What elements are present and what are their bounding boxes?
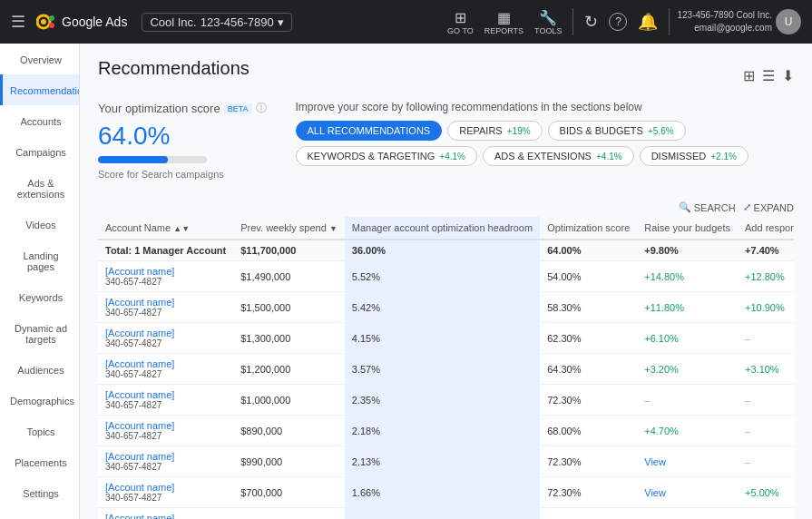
chip-repairs[interactable]: REPAIRS +19% (447, 121, 542, 141)
table-row: [Account name]340-657-4827$1,500,0005.42… (98, 292, 794, 323)
row-cell: 2.18% (345, 416, 540, 446)
menu-icon[interactable]: ☰ (11, 12, 25, 32)
account-number: 123-456-7890 (201, 15, 274, 29)
account-link[interactable]: [Account name] (105, 266, 226, 277)
chip-keywords-targeting[interactable]: KEYWORDS & TARGETING +4.1% (296, 146, 477, 166)
row-cell: 54.00% (540, 261, 637, 292)
th-add-responsive[interactable]: Add responsive search ads (738, 217, 794, 240)
user-avatar[interactable]: U (776, 9, 801, 34)
list-view-button[interactable]: ☰ (762, 67, 775, 84)
th-headroom[interactable]: Manager account optimization headroom (345, 217, 540, 240)
notifications-button[interactable]: 🔔 (634, 8, 661, 35)
sidebar-item-demographics[interactable]: Demographics (0, 385, 79, 416)
sidebar-item-landing-pages[interactable]: Landing pages (0, 240, 79, 281)
refresh-button[interactable]: ↻ (581, 8, 602, 35)
sidebar-item-dynamic-ad[interactable]: Dynamic ad targets (0, 312, 79, 354)
account-link[interactable]: [Account name] (105, 513, 226, 519)
table-row: [Account name]340-657-4827$700,0001.66%7… (98, 477, 794, 508)
score-value: 64.0% (98, 122, 267, 151)
row-cell: +7.20% (637, 508, 738, 520)
row-cell: +4.30% (738, 508, 794, 520)
row-cell: 4.15% (345, 323, 540, 354)
th-opt-score[interactable]: Optimization score (540, 217, 637, 240)
sidebar-item-audiences[interactable]: Audiences (0, 354, 79, 385)
grid-view-button[interactable]: ⊞ (743, 67, 755, 84)
reports-button[interactable]: ▦ REPORTS (481, 5, 527, 39)
top-navigation: ☰ Google Ads Cool Inc. 123-456-7890 ▾ ⊞ … (0, 0, 812, 44)
row-cell: 5.42% (345, 292, 540, 323)
sidebar-item-campaigns[interactable]: Campaigns (0, 136, 79, 167)
user-info: 123-456-7890 Cool Inc. email@google.com (677, 9, 772, 34)
row-cell: – (738, 446, 794, 477)
account-link[interactable]: [Account name] (105, 358, 226, 369)
score-label: Your optimization score BETA ⓘ (98, 101, 267, 116)
beta-badge: BETA (224, 103, 252, 114)
row-cell: $890,000 (233, 416, 345, 446)
chip-ads-extensions[interactable]: ADS & EXTENSIONS +4.1% (483, 146, 634, 166)
goto-button[interactable]: ⊞ GO TO (444, 5, 477, 39)
chip-repairs-delta: +19% (507, 126, 531, 136)
th-prev-spend[interactable]: Prev. weekly spend ▼ (233, 217, 345, 240)
sidebar-item-ads-extensions[interactable]: Ads & extensions (0, 167, 79, 209)
help-icon: ? (609, 13, 627, 31)
th-account-name[interactable]: Account Name ▲▼ (98, 217, 233, 240)
score-bar-fill (98, 156, 168, 163)
tools-icon: 🔧 (539, 9, 557, 26)
main-layout: Overview Recommendations Accounts Campai… (0, 44, 812, 519)
total-opt-score: 64.00% (540, 240, 637, 261)
sidebar-item-videos[interactable]: Videos (0, 209, 79, 240)
help-button[interactable]: ? (605, 9, 631, 34)
account-selector[interactable]: Cool Inc. 123-456-7890 ▾ (142, 13, 291, 32)
account-link[interactable]: [Account name] (105, 297, 226, 308)
download-button[interactable]: ⬇ (782, 67, 794, 84)
table-body: Total: 1 Manager Account $11,700,000 36.… (98, 240, 794, 519)
table-row: [Account name]340-657-4827$990,0002.13%7… (98, 446, 794, 477)
total-spend: $11,700,000 (233, 240, 345, 261)
table-row: [Account name]340-657-4827$1,300,0004.15… (98, 323, 794, 354)
row-cell: $1,200,000 (233, 354, 345, 385)
row-account: [Account name]340-657-4827 (98, 508, 233, 520)
main-content: Recommendations ⊞ ☰ ⬇ Your optimization … (80, 44, 812, 519)
row-cell: 2.13% (345, 446, 540, 477)
row-cell: +12.80% (738, 261, 794, 292)
search-button[interactable]: 🔍 SEARCH (679, 201, 736, 213)
chip-dismissed[interactable]: DISMISSED +2.1% (640, 146, 748, 166)
goto-label: GO TO (447, 26, 474, 35)
sidebar-item-overview[interactable]: Overview (0, 44, 79, 74)
sidebar-item-recommendations[interactable]: Recommendations (0, 74, 79, 105)
user-phone: 123-456-7890 Cool Inc. (677, 9, 772, 22)
row-cell: 3.57% (345, 354, 540, 385)
account-link[interactable]: [Account name] (105, 328, 226, 338)
row-cell: 5.52% (345, 261, 540, 292)
account-link[interactable]: [Account name] (105, 389, 226, 400)
row-cell: – (738, 323, 794, 354)
sidebar-item-settings[interactable]: Settings (0, 477, 79, 508)
th-raise-budgets[interactable]: Raise your budgets (637, 217, 738, 240)
row-cell: $1,500,000 (233, 292, 345, 323)
expand-button[interactable]: ⤢ EXPAND (743, 201, 794, 213)
tools-label: TOOLS (534, 26, 562, 35)
tools-button[interactable]: 🔧 TOOLS (531, 5, 565, 39)
account-link[interactable]: [Account name] (105, 420, 226, 431)
google-ads-logo: Google Ads (36, 11, 127, 33)
row-cell: 72.30% (540, 385, 637, 416)
svg-point-3 (49, 23, 54, 28)
sidebar: Overview Recommendations Accounts Campai… (0, 44, 80, 519)
table-toolbar: 🔍 SEARCH ⤢ EXPAND (98, 194, 794, 217)
sidebar-item-keywords[interactable]: Keywords (0, 281, 79, 312)
account-link[interactable]: [Account name] (105, 482, 226, 493)
row-cell: – (738, 385, 794, 416)
sidebar-item-placements[interactable]: Placements (0, 446, 79, 477)
sidebar-item-topics[interactable]: Topics (0, 416, 79, 446)
row-cell: +10.90% (738, 292, 794, 323)
row-cell: +5.00% (738, 477, 794, 508)
reports-icon: ▦ (497, 9, 511, 26)
account-link[interactable]: [Account name] (105, 451, 226, 462)
chip-all-recommendations[interactable]: ALL RECOMMENDATIONS (296, 121, 443, 141)
search-icon: 🔍 (679, 201, 691, 213)
sidebar-item-accounts[interactable]: Accounts (0, 105, 79, 136)
sidebar-item-locations[interactable]: Locations (0, 508, 79, 519)
chip-bids-budgets[interactable]: BIDS & BUDGETS +5.6% (548, 121, 686, 141)
info-icon[interactable]: ⓘ (256, 101, 267, 116)
table-row: [Account name]340-657-4827$1,000,0002.35… (98, 385, 794, 416)
